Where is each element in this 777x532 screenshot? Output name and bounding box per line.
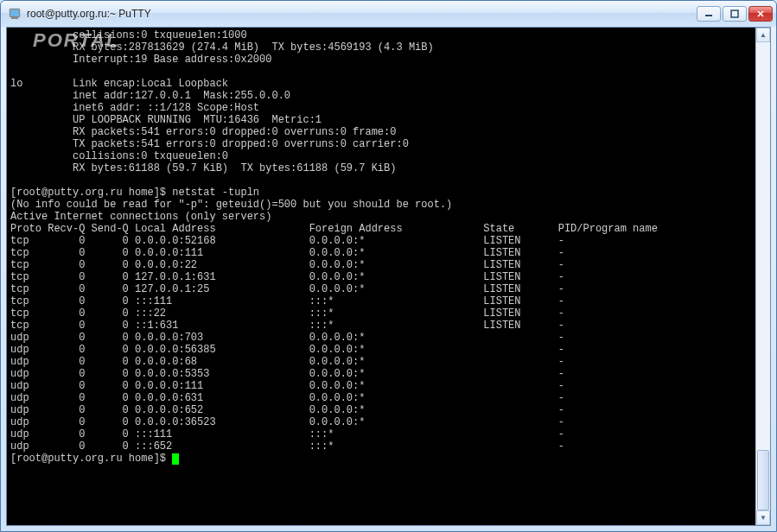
svg-rect-3: [705, 15, 712, 16]
svg-rect-2: [10, 10, 19, 16]
maximize-button[interactable]: [723, 6, 747, 22]
scrollbar[interactable]: ▲ ▼: [755, 28, 770, 525]
titlebar[interactable]: root@putty.org.ru:~ PuTTY: [1, 1, 776, 27]
window-controls: [697, 6, 773, 22]
scroll-down-button[interactable]: ▼: [756, 510, 770, 525]
window-title: root@putty.org.ru:~ PuTTY: [27, 8, 697, 20]
terminal-container: collisions:0 txqueuelen:1000 RX bytes:28…: [6, 27, 771, 526]
putty-icon: [8, 7, 22, 21]
cursor: [172, 453, 179, 465]
scroll-thumb[interactable]: [757, 450, 769, 510]
svg-rect-4: [731, 10, 738, 17]
svg-rect-1: [11, 17, 18, 19]
terminal[interactable]: collisions:0 txqueuelen:1000 RX bytes:28…: [7, 28, 755, 525]
scroll-track[interactable]: [756, 42, 770, 510]
minimize-button[interactable]: [697, 6, 721, 22]
putty-window: root@putty.org.ru:~ PuTTY collisions:0 t…: [0, 0, 777, 532]
close-button[interactable]: [748, 6, 773, 22]
scroll-up-button[interactable]: ▲: [756, 28, 770, 42]
